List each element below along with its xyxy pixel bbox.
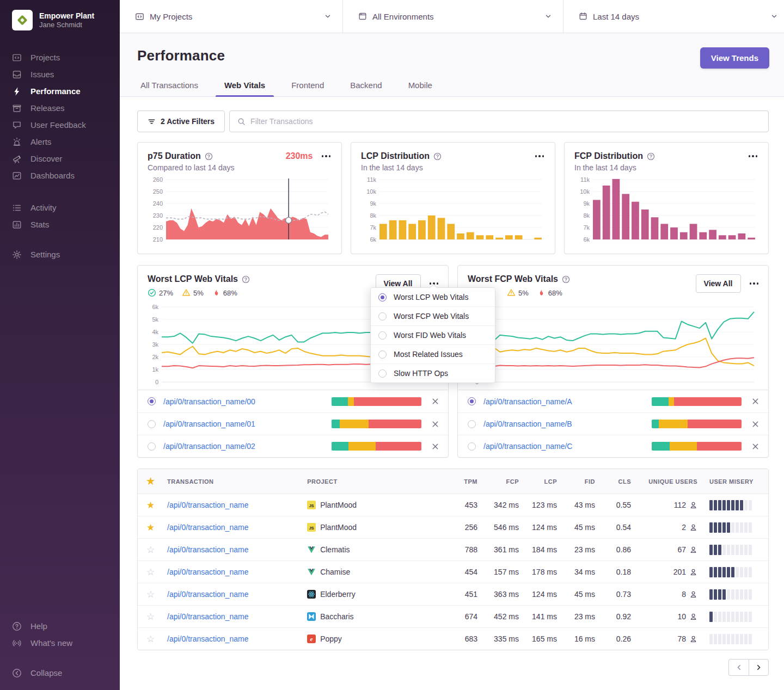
transaction-link[interactable]: /api/0/transaction_name/C — [483, 442, 572, 451]
help-question-icon[interactable] — [242, 275, 250, 284]
column-header-project[interactable]: PROJECT — [307, 478, 443, 485]
star-icon[interactable]: ☆ — [146, 589, 167, 600]
card-menu-ellipsis-icon[interactable] — [749, 280, 760, 287]
tab-mobile[interactable]: Mobile — [405, 81, 436, 96]
transaction-link[interactable]: /api/0/transaction_name — [167, 523, 248, 532]
sidebar-item-alerts[interactable]: Alerts — [12, 133, 108, 150]
close-icon[interactable] — [431, 397, 439, 405]
close-icon[interactable] — [431, 420, 439, 428]
transaction-radio[interactable] — [148, 420, 156, 428]
search-input[interactable] — [250, 117, 761, 126]
sidebar-item-activity[interactable]: Activity — [12, 199, 108, 216]
transaction-link[interactable]: /api/0/transaction_name/02 — [163, 442, 255, 451]
view-all-button[interactable]: View All — [696, 274, 741, 293]
transaction-link[interactable]: /api/0/transaction_name/00 — [163, 397, 255, 406]
project-name[interactable]: Chamise — [320, 568, 350, 576]
column-header-fcp[interactable]: FCP — [477, 478, 519, 485]
star-icon[interactable]: ★ — [146, 476, 167, 487]
column-header-user-misery[interactable]: USER MISERY — [709, 478, 759, 485]
sidebar-item-issues[interactable]: Issues — [12, 66, 108, 83]
menu-item-slow-http-ops[interactable]: Slow HTTP Ops — [371, 364, 495, 383]
close-icon[interactable] — [431, 442, 439, 451]
menu-item-worst-fcp-web-vitals[interactable]: Worst FCP Web Vitals — [371, 306, 495, 325]
close-icon[interactable] — [751, 420, 759, 428]
project-name[interactable]: Baccharis — [320, 612, 353, 621]
org-switcher[interactable]: Empower Plant Jane Schmidt — [0, 10, 120, 30]
date-range-filter[interactable]: Last 14 days — [564, 0, 784, 33]
star-icon[interactable]: ★ — [146, 522, 167, 533]
menu-item-worst-lcp-web-vitals[interactable]: Worst LCP Web Vitals — [371, 288, 495, 306]
transaction-link[interactable]: /api/0/transaction_name — [167, 501, 248, 509]
transaction-radio[interactable] — [148, 442, 156, 451]
help-question-icon[interactable] — [647, 152, 655, 161]
close-icon[interactable] — [751, 397, 759, 405]
next-page-button[interactable] — [749, 659, 769, 676]
column-header-lcp[interactable]: LCP — [519, 478, 557, 485]
sidebar-item-help[interactable]: Help — [12, 618, 108, 634]
sidebar-item-what-s-new[interactable]: What's new — [12, 634, 108, 651]
sidebar-item-stats[interactable]: Stats — [12, 216, 108, 233]
worst-fcp-chart[interactable]: 6k5k4k3k2k1k0 — [463, 304, 757, 385]
lcp-distribution-chart[interactable]: 11k10k9k8k7k6k — [361, 176, 545, 243]
card-menu-ellipsis-icon[interactable] — [321, 153, 332, 159]
help-question-icon[interactable] — [562, 275, 570, 284]
sidebar-item-discover[interactable]: Discover — [12, 150, 108, 167]
column-header-transaction[interactable]: TRANSACTION — [167, 478, 307, 485]
project-name[interactable]: Elderberry — [320, 590, 356, 599]
sidebar-item-dashboards[interactable]: Dashboards — [12, 167, 108, 184]
column-header-tpm[interactable]: TPM — [443, 478, 477, 485]
menu-item-radio[interactable] — [378, 350, 387, 359]
column-header-cls[interactable]: CLS — [595, 478, 631, 485]
previous-page-button[interactable] — [728, 659, 749, 676]
transaction-link[interactable]: /api/0/transaction_name — [167, 545, 248, 554]
sidebar-item-performance[interactable]: Performance — [12, 83, 108, 100]
sidebar-item-collapse[interactable]: Collapse — [12, 664, 108, 681]
star-icon[interactable]: ☆ — [146, 633, 167, 645]
sidebar-item-settings[interactable]: Settings — [12, 246, 108, 263]
transaction-radio[interactable] — [468, 442, 476, 451]
star-icon[interactable]: ☆ — [146, 544, 167, 556]
view-trends-button[interactable]: View Trends — [700, 47, 769, 69]
column-header-fid[interactable]: FID — [557, 478, 595, 485]
sidebar-item-user-feedback[interactable]: User Feedback — [12, 116, 108, 133]
menu-item-radio[interactable] — [378, 331, 387, 340]
project-name[interactable]: Clematis — [320, 545, 350, 554]
fcp-distribution-chart[interactable]: 11k10k9k8k7k6k — [574, 176, 758, 243]
star-icon[interactable]: ☆ — [146, 611, 167, 623]
close-icon[interactable] — [751, 442, 759, 451]
card-menu-ellipsis-icon[interactable] — [534, 153, 546, 159]
star-icon[interactable]: ★ — [146, 500, 167, 511]
help-question-icon[interactable] — [433, 152, 442, 161]
column-header-unique-users[interactable]: UNIQUE USERS — [631, 478, 697, 485]
sidebar-item-projects[interactable]: Projects — [12, 49, 108, 66]
project-name[interactable]: PlantMood — [320, 523, 357, 532]
menu-item-radio[interactable] — [378, 293, 387, 301]
transaction-link[interactable]: /api/0/transaction_name — [167, 568, 248, 576]
transaction-link[interactable]: /api/0/transaction_name/01 — [163, 420, 255, 428]
project-name[interactable]: Poppy — [320, 634, 342, 643]
tab-frontend[interactable]: Frontend — [288, 81, 327, 96]
menu-item-radio[interactable] — [378, 369, 387, 378]
menu-item-radio[interactable] — [378, 312, 387, 321]
card-menu-ellipsis-icon[interactable] — [748, 153, 759, 159]
tab-web-vitals[interactable]: Web Vitals — [221, 81, 268, 96]
transaction-radio[interactable] — [468, 420, 476, 428]
environment-filter[interactable]: All Environments — [343, 0, 564, 33]
sidebar-item-releases[interactable]: Releases — [12, 100, 108, 116]
transaction-link[interactable]: /api/0/transaction_name/A — [483, 397, 572, 406]
star-icon[interactable]: ☆ — [146, 566, 167, 578]
project-name[interactable]: PlantMood — [320, 501, 357, 509]
transaction-link[interactable]: /api/0/transaction_name — [167, 634, 248, 643]
transaction-radio[interactable] — [468, 397, 476, 405]
tab-all-transactions[interactable]: All Transactions — [137, 81, 201, 96]
tab-backend[interactable]: Backend — [347, 81, 385, 96]
transaction-link[interactable]: /api/0/transaction_name — [167, 590, 248, 599]
menu-item-most-related-issues[interactable]: Most Related Issues — [371, 344, 495, 364]
active-filters-button[interactable]: 2 Active Filters — [137, 110, 225, 132]
project-filter[interactable]: My Projects — [120, 0, 343, 33]
transaction-link[interactable]: /api/0/transaction_name/B — [483, 420, 572, 428]
transaction-radio[interactable] — [148, 397, 156, 405]
menu-item-worst-fid-web-vitals[interactable]: Worst FID Web Vitals — [371, 325, 495, 344]
transaction-link[interactable]: /api/0/transaction_name — [167, 612, 248, 621]
help-question-icon[interactable] — [205, 152, 213, 161]
